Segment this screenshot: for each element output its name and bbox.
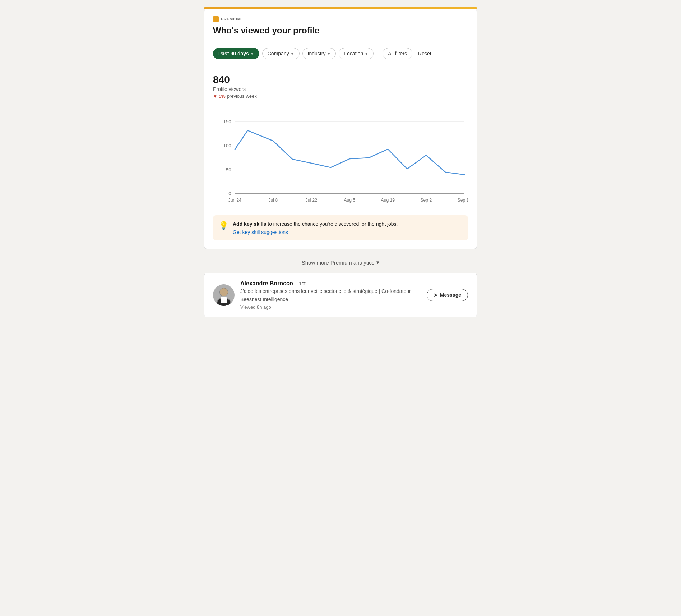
company-filter[interactable]: Company ▼ — [262, 48, 300, 59]
svg-point-19 — [220, 288, 228, 296]
reset-button[interactable]: Reset — [415, 48, 434, 59]
avatar — [213, 284, 235, 306]
lightbulb-icon: 💡 — [219, 221, 228, 230]
svg-text:Aug 19: Aug 19 — [381, 198, 395, 203]
premium-text: PREMIUM — [221, 17, 241, 21]
chevron-down-icon: ▼ — [250, 52, 254, 56]
chart-svg: 150 100 50 0 Jun 24 Jul 8 Jul 22 Aug 5 A… — [213, 107, 468, 208]
all-filters-button[interactable]: All filters — [383, 48, 412, 59]
svg-text:100: 100 — [223, 143, 231, 148]
time-range-filter[interactable]: Past 90 days ▼ — [213, 48, 259, 59]
down-arrow-icon: ▼ — [213, 94, 217, 99]
message-button[interactable]: ➤ Message — [427, 289, 468, 301]
svg-text:Aug 5: Aug 5 — [344, 198, 355, 203]
svg-text:Jul 22: Jul 22 — [306, 198, 318, 203]
chevron-down-icon: ▾ — [376, 259, 379, 266]
chart-section: 840 Profile viewers ▼ 5% previous week — [204, 65, 477, 249]
avatar-image — [213, 284, 235, 306]
viewers-chart: 150 100 50 0 Jun 24 Jul 8 Jul 22 Aug 5 A… — [213, 107, 468, 208]
chevron-down-icon: ▼ — [365, 52, 368, 56]
message-icon: ➤ — [434, 292, 438, 298]
svg-text:150: 150 — [223, 119, 231, 124]
main-card: PREMIUM Who's viewed your profile Past 9… — [204, 9, 477, 249]
tip-banner: 💡 Add key skills to increase the chance … — [213, 215, 468, 240]
svg-text:Sep 16: Sep 16 — [458, 198, 468, 203]
show-more-section[interactable]: Show more Premium analytics ▾ — [204, 252, 477, 273]
person-company: Beesnest Intelligence — [240, 296, 421, 303]
svg-text:Jun 24: Jun 24 — [228, 198, 242, 203]
location-filter[interactable]: Location ▼ — [339, 48, 374, 59]
viewer-count: 840 Profile viewers ▼ 5% previous week — [213, 74, 468, 99]
person-headline: J'aide les entreprises dans leur veille … — [240, 288, 421, 295]
person-degree: · 1st — [296, 281, 305, 286]
svg-rect-21 — [221, 297, 227, 303]
premium-icon — [213, 16, 219, 22]
tip-text: Add key skills to increase the chance yo… — [233, 221, 398, 227]
svg-text:50: 50 — [226, 167, 231, 173]
filters-section: Past 90 days ▼ Company ▼ Industry ▼ Loca… — [204, 42, 477, 65]
stat-change: ▼ 5% previous week — [213, 93, 468, 99]
person-viewed: Viewed 8h ago — [240, 304, 421, 310]
svg-text:Jul 8: Jul 8 — [269, 198, 278, 203]
person-info: Alexandre Borocco · 1st J'aide les entre… — [240, 280, 421, 310]
svg-text:0: 0 — [228, 191, 231, 196]
svg-text:Sep 2: Sep 2 — [420, 198, 432, 203]
chevron-down-icon: ▼ — [327, 52, 330, 56]
person-name-row: Alexandre Borocco · 1st — [240, 280, 421, 287]
tip-link[interactable]: Get key skill suggestions — [233, 229, 398, 235]
premium-badge: PREMIUM — [213, 16, 468, 22]
industry-filter[interactable]: Industry ▼ — [302, 48, 336, 59]
filter-divider — [378, 49, 378, 58]
person-card: Alexandre Borocco · 1st J'aide les entre… — [204, 273, 477, 317]
page-title: Who's viewed your profile — [213, 25, 468, 36]
chevron-down-icon: ▼ — [291, 52, 294, 56]
tip-content: Add key skills to increase the chance yo… — [233, 220, 398, 235]
header-section: PREMIUM Who's viewed your profile — [204, 9, 477, 42]
